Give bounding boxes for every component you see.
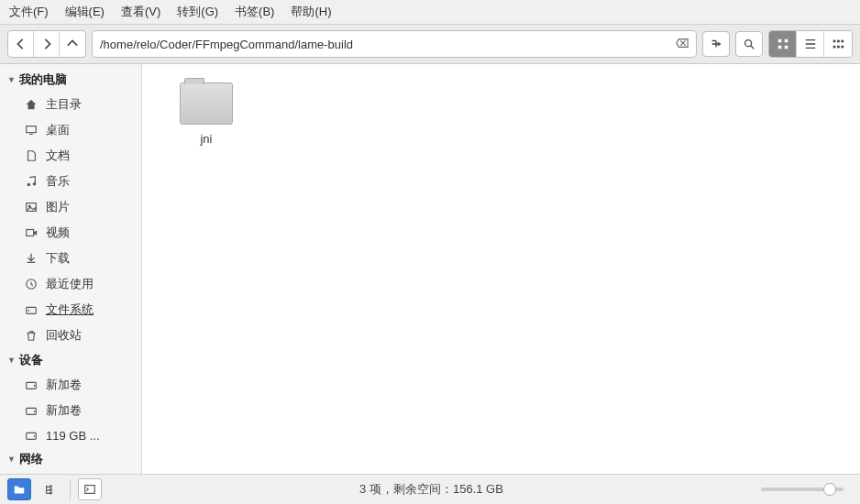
sidebar-item-label: 回收站 [46,327,82,344]
up-button[interactable] [60,31,85,57]
svg-point-19 [28,310,30,312]
recent-icon [24,277,39,291]
svg-point-13 [33,182,37,186]
folder-icon [180,82,233,125]
sidebar-item-disk[interactable]: 新加卷 [0,398,141,423]
sidebar-item-label: 音乐 [46,173,70,190]
sidebar-item-label: 文档 [46,148,70,164]
svg-rect-3 [777,46,781,49]
download-icon [24,251,39,266]
search-icon [743,38,755,50]
toggle-path-button[interactable] [702,31,730,57]
divider [70,479,71,499]
icon-view-button[interactable] [769,31,797,57]
terminal-icon [83,483,96,496]
back-button[interactable] [8,31,34,57]
video-icon [24,225,39,240]
backspace-icon [676,37,689,49]
sidebar-item-music[interactable]: 音乐 [0,169,141,194]
sidebar-item-disk[interactable]: 119 GB ... [0,423,141,447]
disk-icon [24,403,39,418]
svg-rect-5 [833,40,836,43]
arrow-left-icon [15,38,28,50]
sidebar-header-devices[interactable]: ▼设备 [0,348,141,372]
chevron-down-icon: ▼ [7,356,16,365]
sidebar-item-label: 主目录 [46,96,82,113]
menu-bookmark[interactable]: 书签(B) [235,4,274,20]
path-text: /home/relo/Coder/FFmpegCommand/lame-buil… [100,38,676,51]
sidebar-item-label: 119 GB ... [46,429,100,443]
main-area: ▼我的电脑 主目录桌面文档音乐图片视频下载最近使用文件系统回收站 ▼设备 新加卷… [0,64,860,474]
svg-point-23 [34,411,36,412]
grid-icon [777,38,789,50]
list-icon [804,38,817,50]
svg-rect-1 [777,39,781,43]
folder-small-icon [13,483,26,496]
svg-rect-18 [27,307,37,313]
svg-rect-6 [837,40,840,43]
sidebar-item-desktop[interactable]: 桌面 [0,117,141,143]
svg-point-25 [34,435,36,437]
slider-thumb[interactable] [823,483,836,496]
forward-button[interactable] [34,31,60,57]
sidebar-item-disk[interactable]: 新加卷 [0,372,141,398]
home-icon [24,97,39,112]
svg-rect-4 [784,46,788,49]
menu-file[interactable]: 文件(F) [9,4,49,20]
sidebar-item-download[interactable]: 下载 [0,246,141,271]
sidebar-item-label: 新加卷 [46,402,82,419]
menubar: 文件(F) 编辑(E) 查看(V) 转到(G) 书签(B) 帮助(H) [0,0,860,25]
svg-rect-11 [27,126,37,133]
sidebar-header-label: 网络 [19,451,43,467]
toggle-icon [710,38,722,50]
sidebar-item-doc[interactable]: 文档 [0,143,141,169]
sidebar-header-label: 设备 [19,352,43,368]
menu-go[interactable]: 转到(G) [177,4,218,20]
sidebar-item-home[interactable]: 主目录 [0,92,141,117]
sidebar-item-picture[interactable]: 图片 [0,194,141,220]
svg-point-21 [34,385,36,387]
chevron-down-icon: ▼ [7,455,16,464]
path-input[interactable]: /home/relo/Coder/FFmpegCommand/lame-buil… [92,30,697,58]
svg-rect-9 [837,46,840,49]
picture-icon [24,200,39,214]
content-pane[interactable]: jni [142,64,860,474]
compact-view-button[interactable] [824,31,852,57]
tree-toggle-button[interactable] [39,478,62,500]
trash-icon [24,328,39,343]
sidebar-header-network[interactable]: ▼网络 [0,447,141,471]
menu-view[interactable]: 查看(V) [121,4,160,20]
svg-rect-31 [85,486,95,494]
clear-path-icon[interactable] [676,37,689,52]
menu-help[interactable]: 帮助(H) [291,4,331,20]
sidebar-item-label: 下载 [46,250,70,267]
sidebar-item-label: 桌面 [46,122,70,138]
folder-item[interactable]: jni [170,82,243,146]
zoom-slider[interactable] [761,488,843,491]
search-button[interactable] [735,31,763,57]
disk-icon [24,428,39,443]
sidebar-item-fs[interactable]: 文件系统 [0,297,141,323]
svg-rect-29 [50,488,52,491]
places-toggle-button[interactable] [7,478,31,500]
status-text: 3 项，剩余空间：156.1 GB [109,481,754,498]
sidebar-item-recent[interactable]: 最近使用 [0,271,141,297]
music-icon [24,174,39,189]
disk-icon [24,378,39,392]
svg-rect-28 [50,486,52,488]
sidebar-item-trash[interactable]: 回收站 [0,323,141,348]
terminal-button[interactable] [78,478,102,500]
sidebar: ▼我的电脑 主目录桌面文档音乐图片视频下载最近使用文件系统回收站 ▼设备 新加卷… [0,64,142,474]
sidebar-header-computer[interactable]: ▼我的电脑 [0,68,141,92]
svg-rect-8 [833,46,836,49]
statusbar: 3 项，剩余空间：156.1 GB [0,474,860,504]
arrow-right-icon [40,38,53,50]
sidebar-item-label: 最近使用 [46,276,94,292]
list-view-button[interactable] [797,31,824,57]
svg-point-0 [745,40,752,47]
sidebar-item-video[interactable]: 视频 [0,220,141,246]
fs-icon [24,302,39,317]
sidebar-item-label: 图片 [46,199,70,215]
menu-edit[interactable]: 编辑(E) [65,4,105,20]
doc-icon [24,148,39,163]
